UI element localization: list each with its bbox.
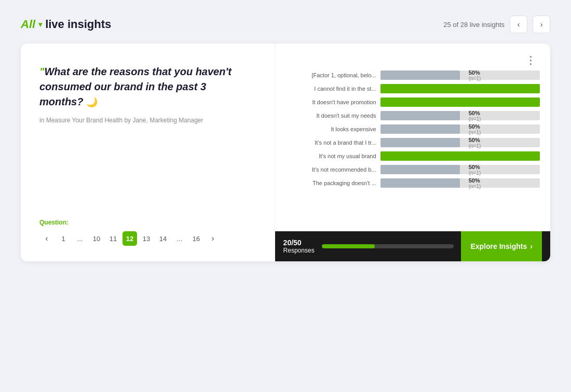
- next-insight-button[interactable]: ›: [533, 16, 550, 33]
- title-all[interactable]: All: [21, 18, 35, 31]
- page-wrapper: All ▾ live insights 25 of 28 live insigh…: [21, 16, 550, 261]
- chart-bar-bg: 50%(n=1): [380, 138, 540, 147]
- chart-row: It looks expensive 50%(n=1): [286, 124, 540, 134]
- responses-info: 20/50 Responses: [283, 239, 315, 254]
- left-panel: "What are the reasons that you haven't c…: [21, 44, 275, 261]
- prev-insight-button[interactable]: ‹: [510, 16, 527, 33]
- bar-value: 50%(n=1): [469, 164, 481, 176]
- chart-bar-wrap: 50%(n=1): [380, 124, 540, 134]
- header-right: 25 of 28 live insights ‹ ›: [443, 16, 550, 33]
- chart-bar-bg: 50%(n=1): [380, 165, 540, 174]
- chart-row: It's not my usual brand 100%(n=2): [286, 151, 540, 161]
- response-progress-bar: [322, 244, 454, 248]
- bar-n: (n=1): [469, 116, 481, 122]
- chart-row: I cannot find it in the st... 100%(n=2): [286, 84, 540, 93]
- chart-label: It doesn't suit my needs: [286, 113, 376, 119]
- bar-n: (n=1): [469, 130, 481, 135]
- chart-row: The packaging doesn't ... 50%(n=1): [286, 178, 540, 188]
- chart-bar-fill: 100%(n=2): [380, 84, 540, 93]
- progress-fill: [322, 244, 375, 248]
- chart-container: [Factor 1, optional, belo... 50%(n=1) I …: [286, 71, 540, 226]
- page-1[interactable]: 1: [56, 231, 71, 246]
- chart-bar-wrap: 50%(n=1): [380, 178, 540, 188]
- bar-n: (n=1): [469, 76, 481, 81]
- responses-label: Responses: [283, 247, 315, 254]
- chart-bar-bg: 50%(n=1): [380, 111, 540, 120]
- chart-row: It's not a brand that I tr... 50%(n=1): [286, 138, 540, 147]
- chart-label: It looks expensive: [286, 126, 376, 132]
- chart-bar-fill: 50%(n=1): [380, 124, 460, 134]
- chart-bar-bg: 100%(n=2): [380, 151, 540, 161]
- chart-row: It doesn't suit my needs 50%(n=1): [286, 111, 540, 120]
- chart-bar-wrap: 50%(n=1): [380, 138, 540, 147]
- chart-bar-bg: 50%(n=1): [380, 71, 540, 80]
- bar-n: (n=1): [469, 184, 481, 189]
- explore-insights-button[interactable]: Explore Insights ›: [461, 231, 542, 261]
- bar-value: 50%(n=1): [469, 177, 481, 189]
- main-card: "What are the reasons that you haven't c…: [21, 44, 550, 261]
- question-text: "What are the reasons that you haven't c…: [39, 64, 256, 109]
- chart-label: It's not my usual brand: [286, 153, 376, 159]
- chart-bar-wrap: 100%(n=2): [380, 84, 540, 93]
- chart-bar-fill: 50%(n=1): [380, 71, 460, 80]
- chart-row: It doesn't have promotion 100%(n=2): [286, 97, 540, 107]
- bar-value: 50%(n=1): [469, 110, 481, 122]
- bar-n: (n=1): [469, 170, 481, 176]
- chart-row: [Factor 1, optional, belo... 50%(n=1): [286, 71, 540, 80]
- bar-value: 50%(n=1): [469, 123, 481, 135]
- title-rest: live insights: [45, 18, 111, 31]
- page-ellipsis-2: ...: [172, 231, 187, 246]
- question-label: Question:: [39, 219, 256, 226]
- chart-label: The packaging doesn't ...: [286, 180, 376, 186]
- chart-bar-bg: 50%(n=1): [380, 124, 540, 134]
- chart-bar-fill: 100%(n=2): [380, 97, 540, 107]
- page-12[interactable]: 12: [123, 231, 137, 246]
- pagination-next[interactable]: ›: [206, 231, 220, 246]
- page-13[interactable]: 13: [139, 231, 154, 246]
- right-panel: ⋮ [Factor 1, optional, belo... 50%(n=1) …: [275, 44, 550, 261]
- chart-bar-wrap: 50%(n=1): [380, 111, 540, 120]
- page-title: All ▾ live insights: [21, 18, 111, 31]
- chart-bar-wrap: 100%(n=2): [380, 151, 540, 161]
- chart-bar-bg: 100%(n=2): [380, 97, 540, 107]
- pagination-prev[interactable]: ‹: [39, 231, 54, 246]
- chart-label: I cannot find it in the st...: [286, 86, 376, 92]
- page-10[interactable]: 10: [89, 231, 104, 246]
- insights-count: 25 of 28 live insights: [443, 21, 505, 29]
- pagination-section: Question: ‹ 1 ... 10 11 12 13 14 ... 16 …: [39, 219, 256, 246]
- page-11[interactable]: 11: [106, 231, 120, 246]
- page-16[interactable]: 16: [189, 231, 203, 246]
- more-options-button[interactable]: ⋮: [522, 54, 540, 66]
- dropdown-arrow[interactable]: ▾: [38, 20, 42, 29]
- bar-value: 50%(n=1): [469, 137, 481, 149]
- chart-bar-fill: 100%(n=2): [380, 151, 540, 161]
- chart-bar-fill: 50%(n=1): [380, 111, 460, 120]
- chart-bar-wrap: 50%(n=1): [380, 165, 540, 174]
- moon-icon: 🌙: [86, 97, 98, 107]
- right-panel-header: ⋮: [286, 54, 540, 66]
- bar-value: 50%(n=1): [469, 71, 481, 81]
- chart-bar-fill: 50%(n=1): [380, 178, 460, 188]
- responses-count: 20/50: [283, 239, 315, 247]
- question-meta: in Measure Your Brand Health by Jane, Ma…: [39, 117, 256, 124]
- chart-row: It's not recommended b... 50%(n=1): [286, 165, 540, 174]
- bar-n: (n=1): [469, 143, 481, 149]
- chart-bar-fill: 50%(n=1): [380, 165, 460, 174]
- page-ellipsis-1: ...: [73, 231, 87, 246]
- chart-label: [Factor 1, optional, belo...: [286, 72, 376, 78]
- chart-bar-bg: 50%(n=1): [380, 178, 540, 188]
- chart-bar-bg: 100%(n=2): [380, 84, 540, 93]
- chart-bar-fill: 50%(n=1): [380, 138, 460, 147]
- chart-bar-wrap: 100%(n=2): [380, 97, 540, 107]
- page-14[interactable]: 14: [156, 231, 170, 246]
- bottom-bar: 20/50 Responses Explore Insights ›: [275, 231, 550, 261]
- page-header: All ▾ live insights 25 of 28 live insigh…: [21, 16, 550, 33]
- chart-label: It's not recommended b...: [286, 166, 376, 173]
- pagination: ‹ 1 ... 10 11 12 13 14 ... 16 ›: [39, 231, 256, 246]
- chart-label: It doesn't have promotion: [286, 99, 376, 105]
- chart-bar-wrap: 50%(n=1): [380, 71, 540, 80]
- chart-label: It's not a brand that I tr...: [286, 139, 376, 146]
- question-content: "What are the reasons that you haven't c…: [39, 64, 256, 139]
